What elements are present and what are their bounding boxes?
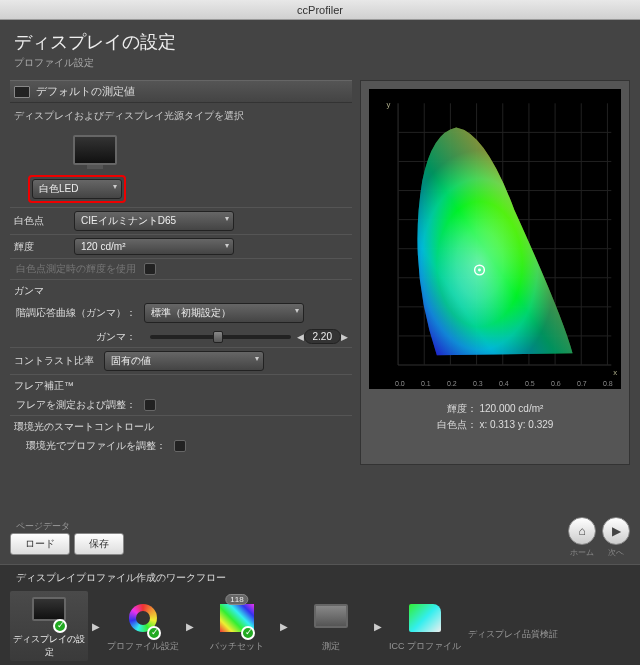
backlight-highlight: 白色LED bbox=[28, 175, 126, 203]
flare-adjust-label: フレアを測定および調整： bbox=[14, 398, 144, 412]
display-type-button[interactable] bbox=[60, 135, 130, 165]
tone-curve-dropdown[interactable]: 標準（初期設定） bbox=[144, 303, 304, 323]
flare-group-label: フレア補正™ bbox=[10, 374, 352, 395]
cie-diagram: y x 0.00.10.20.30.40.50.60.70.8 bbox=[369, 89, 621, 389]
home-button[interactable]: ⌂ bbox=[568, 517, 596, 545]
monitor-large-icon bbox=[73, 135, 117, 165]
page-data-label: ページデータ bbox=[16, 520, 124, 533]
cie-preview-panel: xy u'v' bbox=[360, 80, 630, 465]
luminance-dropdown[interactable]: 120 cd/m² bbox=[74, 238, 234, 255]
window-titlebar: ccProfiler bbox=[0, 0, 640, 20]
axis-y-label: y bbox=[386, 100, 390, 109]
defaults-title: デフォルトの測定値 bbox=[36, 84, 135, 99]
ambient-adjust-label: 環境光でプロファイルを調整： bbox=[14, 439, 174, 453]
next-button[interactable]: ▶ bbox=[602, 517, 630, 545]
preview-lum-label: 輝度： bbox=[447, 403, 477, 414]
wf-step-quality-check[interactable]: ディスプレイ品質検証 bbox=[468, 612, 558, 641]
preview-lum-value: 120.000 cd/m² bbox=[479, 403, 543, 414]
workflow-header: ディスプレイプロファイル作成のワークフロー bbox=[10, 569, 630, 591]
whitepoint-dropdown[interactable]: CIEイルミナントD65 bbox=[74, 211, 234, 231]
luminance-label: 輝度 bbox=[14, 240, 74, 254]
gamma-value: 2.20 bbox=[304, 329, 341, 344]
monitor-icon bbox=[14, 86, 30, 98]
contrast-dropdown[interactable]: 固有の値 bbox=[104, 351, 264, 371]
wf-step-batch-set[interactable]: 118 バッチセット bbox=[198, 600, 276, 653]
contrast-label: コントラスト比率 bbox=[14, 354, 104, 368]
page-header: ディスプレイの設定 プロファイル設定 bbox=[0, 20, 640, 76]
axis-x-label: x bbox=[613, 368, 617, 377]
whitepoint-label: 白色点 bbox=[14, 214, 74, 228]
wf-step-profile-settings[interactable]: プロファイル設定 bbox=[104, 600, 182, 653]
wf-step-icc-profile[interactable]: ICC プロファイル bbox=[386, 600, 464, 653]
load-button[interactable]: ロード bbox=[10, 533, 70, 555]
tone-curve-label: 階調応答曲線（ガンマ）： bbox=[14, 306, 144, 320]
gamma-slider[interactable] bbox=[150, 335, 291, 339]
preview-wp-value: x: 0.313 y: 0.329 bbox=[479, 419, 553, 430]
wf-step-display-settings[interactable]: ディスプレイの設定 bbox=[10, 591, 88, 661]
wf-step-measure[interactable]: 測定 bbox=[292, 600, 370, 653]
lum-measure-label: 白色点測定時の輝度を使用 bbox=[14, 262, 144, 276]
defaults-prompt: ディスプレイおよびディスプレイ光源タイプを選択 bbox=[10, 103, 352, 129]
ambient-checkbox[interactable] bbox=[174, 440, 186, 452]
gamma-value-label: ガンマ： bbox=[14, 330, 144, 344]
defaults-header: デフォルトの測定値 bbox=[10, 80, 352, 103]
page-subtitle: プロファイル設定 bbox=[14, 56, 626, 70]
backlight-dropdown[interactable]: 白色LED bbox=[32, 179, 122, 199]
svg-point-19 bbox=[478, 269, 481, 272]
preview-wp-label: 白色点： bbox=[437, 419, 477, 430]
lum-measure-checkbox[interactable] bbox=[144, 263, 156, 275]
save-button[interactable]: 保存 bbox=[74, 533, 124, 555]
flare-checkbox[interactable] bbox=[144, 399, 156, 411]
gamma-group-label: ガンマ bbox=[10, 279, 352, 300]
ambient-group-label: 環境光のスマートコントロール bbox=[10, 415, 352, 436]
page-title: ディスプレイの設定 bbox=[14, 30, 626, 54]
